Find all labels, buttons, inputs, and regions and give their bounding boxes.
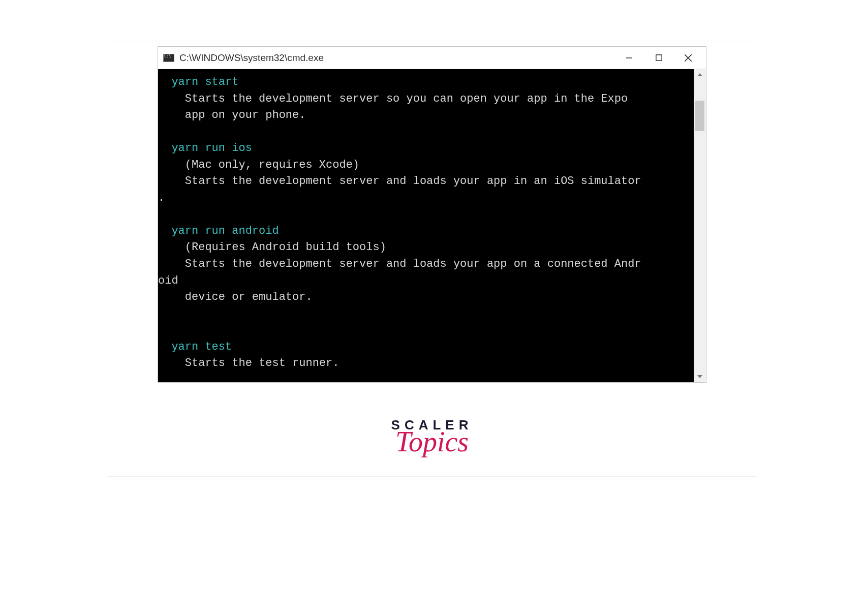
window-controls bbox=[614, 48, 703, 68]
branding-logo: SCALER Topics bbox=[391, 418, 473, 456]
page-container: C:\WINDOWS\system32\cmd.exe bbox=[107, 41, 757, 477]
svg-rect-1 bbox=[656, 55, 661, 60]
vertical-scrollbar[interactable] bbox=[694, 69, 706, 382]
terminal-area: yarn start Starts the development server… bbox=[158, 69, 706, 382]
window-title: C:\WINDOWS\system32\cmd.exe bbox=[179, 52, 614, 64]
cmd-window: C:\WINDOWS\system32\cmd.exe bbox=[158, 46, 706, 383]
maximize-icon bbox=[655, 54, 663, 61]
window-titlebar[interactable]: C:\WINDOWS\system32\cmd.exe bbox=[158, 47, 706, 69]
scroll-thumb[interactable] bbox=[695, 101, 704, 131]
close-icon bbox=[684, 53, 693, 63]
close-button[interactable] bbox=[673, 48, 703, 68]
cmd-icon bbox=[163, 53, 174, 63]
scroll-up-arrow-icon[interactable] bbox=[694, 69, 706, 80]
minimize-icon bbox=[625, 54, 633, 62]
maximize-button[interactable] bbox=[644, 48, 673, 68]
scroll-down-arrow-icon[interactable] bbox=[694, 371, 706, 382]
terminal-output[interactable]: yarn start Starts the development server… bbox=[158, 69, 694, 382]
brand-name-line2: Topics bbox=[391, 427, 473, 456]
minimize-button[interactable] bbox=[614, 48, 644, 68]
